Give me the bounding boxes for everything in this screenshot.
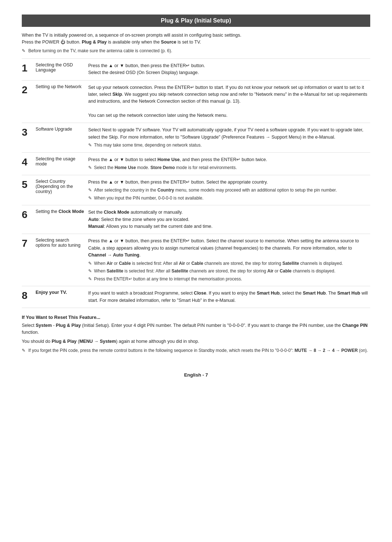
step-4-note-1: Select the Home Use mode. Store Demo mod…	[88, 164, 370, 171]
intro-note: Before turning on the TV, make sure the …	[22, 48, 370, 53]
step-row-5: 5 Select Country (Depending on the count…	[22, 175, 370, 205]
step-content-1: Press the ▲ or ▼ button, then press the …	[88, 58, 370, 80]
step-content-3: Select Next to upgrade TV software. Your…	[88, 123, 370, 152]
step-label-4: Selecting the usage mode	[36, 152, 88, 175]
step-row-2: 2 Setting up the Network Set up your net…	[22, 80, 370, 123]
step-content-6: Set the Clock Mode automatically or manu…	[88, 205, 370, 234]
step-row-4: 4 Selecting the usage mode Press the ▲ o…	[22, 152, 370, 175]
step-label-6: Setting the Clock Mode	[36, 205, 88, 234]
step-label-7: Selecting search options for auto tuning	[36, 234, 88, 286]
step-num-5: 5	[22, 175, 36, 205]
step-label-1: Selecting the OSD Language	[36, 58, 88, 80]
step-content-5: Press the ▲ or ▼ button, then press the …	[88, 175, 370, 205]
step-num-6: 6	[22, 205, 36, 234]
step-row-1: 1 Selecting the OSD Language Press the ▲…	[22, 58, 370, 80]
step-content-7: Press the ▲ or ▼ button, then press the …	[88, 234, 370, 286]
steps-table: 1 Selecting the OSD Language Press the ▲…	[22, 58, 370, 308]
step-label-3: Software Upgrade	[36, 123, 88, 152]
reset-section: If You Want to Reset This Feature... Sel…	[22, 315, 370, 354]
step-label-5: Select Country (Depending on the country…	[36, 175, 88, 205]
step-5-note-1: After selecting the country in the Count…	[88, 187, 370, 194]
step-num-8: 8	[22, 286, 36, 308]
step-5-note-2: When you input the PIN number, 0-0-0-0 i…	[88, 195, 370, 202]
step-row-3: 3 Software Upgrade Select Next to upgrad…	[22, 123, 370, 152]
step-num-1: 1	[22, 58, 36, 80]
step-content-8: If you want to watch a broadcast Program…	[88, 286, 370, 308]
reset-text-2: You should do Plug & Play (MENU → System…	[22, 338, 370, 345]
step-label-8: Enjoy your TV.	[36, 286, 88, 308]
step-7-note-1: When Air or Cable is selected first: Aft…	[88, 260, 370, 267]
step-row-7: 7 Selecting search options for auto tuni…	[22, 234, 370, 286]
step-row-8: 8 Enjoy your TV. If you want to watch a …	[22, 286, 370, 308]
step-content-4: Press the ▲ or ▼ button to select Home U…	[88, 152, 370, 175]
step-row-6: 6 Setting the Clock Mode Set the Clock M…	[22, 205, 370, 234]
footer-pin-note: If you forget the PIN code, press the re…	[22, 347, 370, 354]
step-num-3: 3	[22, 123, 36, 152]
step-3-note-1: This may take some time, depending on ne…	[88, 142, 370, 149]
step-content-2: Set up your network connection. Press th…	[88, 80, 370, 123]
reset-title: If You Want to Reset This Feature...	[22, 315, 370, 320]
step-7-note-2: When Satellite is selected first: After …	[88, 268, 370, 275]
step-num-4: 4	[22, 152, 36, 175]
step-label-2: Setting up the Network	[36, 80, 88, 123]
step-7-note-3: Press the ENTER↵ button at any time to i…	[88, 276, 370, 283]
main-title: Plug & Play (Initial Setup)	[22, 15, 370, 27]
page-container: Plug & Play (Initial Setup) When the TV …	[22, 15, 370, 378]
step-num-2: 2	[22, 80, 36, 123]
reset-text-1: Select System - Plug & Play (Initial Set…	[22, 322, 370, 336]
intro-text-1: When the TV is initially powered on, a s…	[22, 32, 370, 46]
step-num-7: 7	[22, 234, 36, 286]
page-footer: English - 7	[22, 369, 370, 378]
